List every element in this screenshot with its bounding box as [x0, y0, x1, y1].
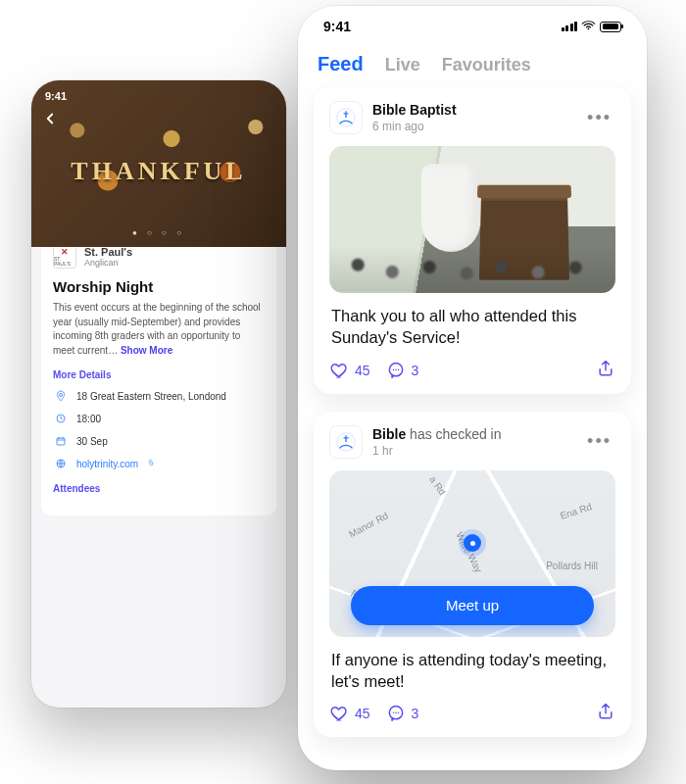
share-button[interactable] [596, 359, 615, 382]
detail-time: 18:00 [53, 411, 265, 426]
calendar-icon [53, 433, 69, 449]
post-more-button[interactable]: ••• [583, 427, 615, 456]
like-count: 45 [355, 706, 370, 721]
share-button[interactable] [596, 702, 615, 725]
tab-favourites[interactable]: Favourites [442, 53, 531, 75]
globe-icon [53, 456, 69, 471]
clock-icon [53, 411, 69, 426]
svg-point-4 [588, 28, 590, 30]
comment-count: 3 [412, 706, 419, 721]
author-checkin[interactable]: Bible has checked in [372, 426, 583, 442]
svg-rect-2 [57, 438, 65, 445]
event-hero-image[interactable]: 9:41 THANKFUL ● ○ ○ ○ [31, 80, 286, 247]
map-street-label: Manor Rd [347, 510, 390, 539]
date-text: 30 Sep [76, 436, 108, 447]
detail-website[interactable]: holytrinity.com [53, 456, 265, 471]
link-icon [146, 458, 156, 469]
event-description: This event occurs at the beginning of th… [53, 301, 265, 358]
event-title: Worship Night [53, 278, 265, 295]
church-row[interactable]: ✕ST. PAUL'S St. Paul's Anglican [53, 245, 265, 269]
post-time: 6 min ago [372, 120, 583, 133]
post-time: 1 hr [372, 444, 583, 458]
feed-tabs: Feed Live Favourites [314, 47, 631, 87]
website-text: holytrinity.com [76, 459, 138, 469]
location-icon [53, 388, 69, 404]
tab-feed[interactable]: Feed [318, 53, 364, 75]
like-button[interactable]: 45 [329, 361, 370, 380]
meet-up-button[interactable]: Meet up [351, 586, 594, 625]
battery-icon [600, 22, 621, 32]
tab-live[interactable]: Live [385, 53, 420, 75]
feed-post: Bible has checked in 1 hr ••• Manor Rd W… [314, 412, 631, 738]
attendees-header: Attendees [53, 483, 265, 494]
map-street-label: a Rd [427, 473, 448, 497]
like-button[interactable]: 45 [329, 704, 370, 723]
author-name[interactable]: Bible Baptist [372, 102, 583, 118]
carousel-dots[interactable]: ● ○ ○ ○ [31, 228, 286, 237]
church-denomination: Anglican [84, 258, 132, 268]
feed-post: Bible Baptist 6 min ago ••• Thank you to… [314, 87, 631, 394]
comment-button[interactable]: 3 [386, 704, 419, 723]
time-text: 18:00 [76, 414, 101, 424]
svg-point-0 [60, 394, 63, 397]
status-bar: 9:41 [314, 6, 631, 47]
detail-date: 30 Sep [53, 433, 265, 449]
comment-count: 3 [412, 363, 419, 378]
detail-address[interactable]: 18 Great Eastern Streen, Londond [53, 388, 265, 404]
show-more-link[interactable]: Show More [121, 345, 172, 356]
checkin-map[interactable]: Manor Rd Wide Way Pollards Hill Ena Rd A… [329, 470, 615, 637]
map-street-label: Ena Rd [559, 501, 593, 521]
status-time: 9:41 [323, 19, 351, 34]
author-avatar[interactable] [329, 425, 363, 459]
event-detail-screen: 9:41 THANKFUL ● ○ ○ ○ ✕ST. PAUL'S St. Pa… [31, 80, 286, 708]
wifi-icon [581, 19, 596, 34]
like-count: 45 [355, 363, 370, 378]
author-avatar[interactable] [329, 101, 363, 134]
post-image[interactable] [329, 146, 615, 293]
status-time: 9:41 [45, 90, 67, 102]
map-pin-icon [464, 534, 481, 552]
more-details-header: More Details [53, 369, 265, 380]
cellular-icon [562, 22, 578, 31]
hero-title-text: THANKFUL [31, 157, 286, 186]
comment-button[interactable]: 3 [386, 361, 419, 380]
map-area-label: Pollards Hill [546, 561, 598, 571]
church-logo: ✕ST. PAUL'S [53, 245, 76, 269]
feed-screen: 9:41 Feed Live Favourites Bible Baptist … [298, 6, 647, 770]
post-caption: Thank you to all who attended this Sunda… [331, 305, 613, 349]
event-card: ✕ST. PAUL'S St. Paul's Anglican Worship … [41, 235, 276, 515]
post-caption: If anyone is attending today's meeting, … [331, 649, 613, 693]
address-text: 18 Great Eastern Streen, Londond [76, 391, 226, 402]
post-more-button[interactable]: ••• [583, 104, 615, 132]
back-button[interactable] [41, 110, 59, 132]
church-name: St. Paul's [84, 246, 132, 258]
